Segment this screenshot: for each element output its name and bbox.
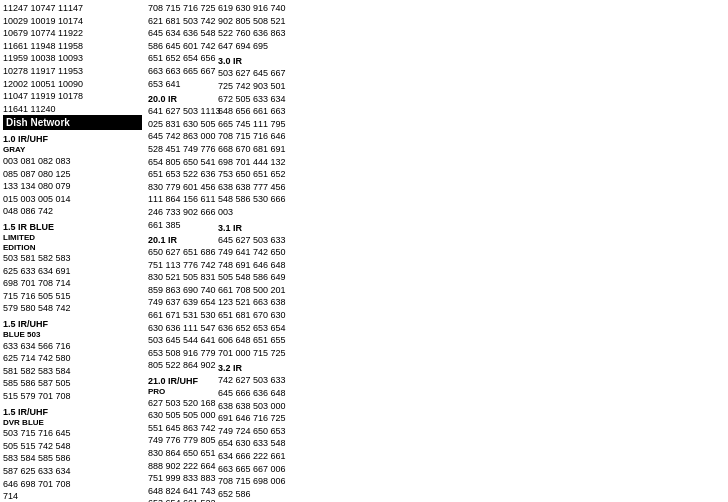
column-1: 11247 10747 11147 10029 10019 10174 1067…	[0, 0, 145, 502]
ir-section-1-0: 1.0 IR/UHF GRAY 003 081 082 083 085 087 …	[3, 134, 142, 218]
ir-section-1-5-blue-limited: 1.5 IR BLUE LIMITEDEDITION 503 581 582 5…	[3, 222, 142, 315]
top-numbers-col1: 11247 10747 11147 10029 10019 10174 1067…	[3, 2, 142, 115]
ir-section-1-5-uhf-blue-503: 1.5 IR/UHF BLUE 503 633 634 566 716 625 …	[3, 319, 142, 403]
main-container: 11247 10747 11147 10029 10019 10174 1067…	[0, 0, 728, 502]
dish-network-header: Dish Network	[3, 115, 142, 130]
column-3: 619 630 916 740 902 805 508 521 522 760 …	[215, 0, 295, 502]
ir-section-21-0-pro: 21.0 IR/UHF PRO 627 503 520 168 630 505 …	[148, 376, 212, 502]
column-2: 708 715 716 725 621 681 503 742 645 634 …	[145, 0, 215, 502]
ir-section-1-5-dvr-blue: 1.5 IR/UHF DVR BLUE 503 715 716 645 505 …	[3, 407, 142, 502]
ir-section-20-1: 20.1 IR 650 627 651 686 751 113 776 742 …	[148, 235, 212, 372]
ir-section-3-0: 3.0 IR 503 627 645 667 725 742 903 501 6…	[218, 56, 292, 218]
top-numbers-col3: 619 630 916 740 902 805 508 521 522 760 …	[218, 2, 292, 52]
ir-section-3-2: 3.2 IR 742 627 503 633 645 666 636 648 6…	[218, 363, 292, 500]
top-numbers-col2: 708 715 716 725 621 681 503 742 645 634 …	[148, 2, 212, 90]
ir-section-20-0: 20.0 IR 641 627 503 1113 025 831 630 505…	[148, 94, 212, 231]
ir-section-3-1: 3.1 IR 645 627 503 633 749 641 742 650 7…	[218, 223, 292, 360]
